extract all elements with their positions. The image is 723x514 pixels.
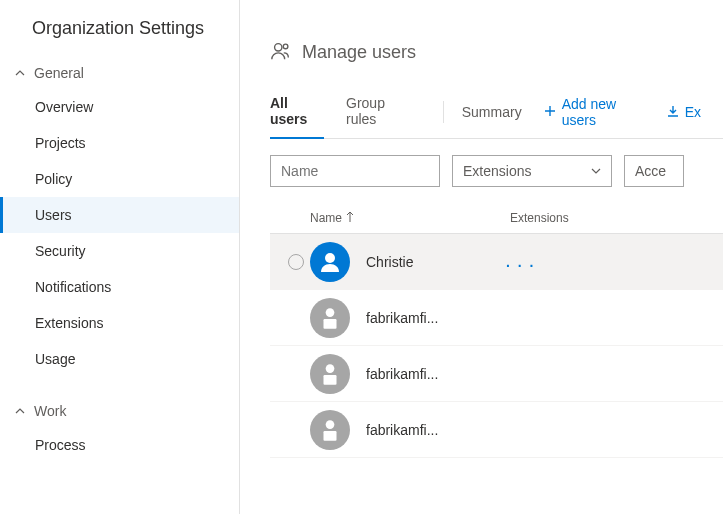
svg-rect-4 xyxy=(324,319,337,329)
plus-icon xyxy=(544,104,556,120)
access-filter-dropdown[interactable]: Acce xyxy=(624,155,684,187)
sidebar-item-extensions[interactable]: Extensions xyxy=(0,305,239,341)
sidebar-item-policy[interactable]: Policy xyxy=(0,161,239,197)
svg-point-1 xyxy=(283,44,288,49)
group-header-general[interactable]: General xyxy=(0,57,239,89)
sidebar-item-notifications[interactable]: Notifications xyxy=(0,269,239,305)
users-icon xyxy=(270,40,292,65)
extensions-filter-dropdown[interactable]: Extensions xyxy=(452,155,612,187)
tabs-row: All users Group rules Summary Add new us… xyxy=(270,85,723,139)
download-icon xyxy=(667,104,679,120)
main: Manage users All users Group rules Summa… xyxy=(240,0,723,514)
table-header: Name Extensions xyxy=(270,203,723,234)
sidebar-item-projects[interactable]: Projects xyxy=(0,125,239,161)
sidebar: Organization Settings General Overview P… xyxy=(0,0,240,514)
sort-asc-icon xyxy=(346,211,354,225)
sidebar-item-security[interactable]: Security xyxy=(0,233,239,269)
add-new-users-action[interactable]: Add new users xyxy=(544,96,645,128)
table-row[interactable]: Christie . . . xyxy=(270,234,723,290)
avatar xyxy=(310,354,350,394)
more-icon: . . . xyxy=(506,254,535,270)
chevron-up-icon xyxy=(14,67,26,79)
filter-row: Extensions Acce xyxy=(270,139,723,203)
group-label: General xyxy=(34,65,84,81)
table-row[interactable]: fabrikamfi... xyxy=(270,402,723,458)
row-actions-button[interactable]: . . . xyxy=(506,254,535,270)
chevron-down-icon xyxy=(591,163,601,179)
svg-point-2 xyxy=(325,253,335,263)
group-header-work[interactable]: Work xyxy=(0,395,239,427)
page-header: Manage users xyxy=(270,40,723,65)
sidebar-item-overview[interactable]: Overview xyxy=(0,89,239,125)
summary-action[interactable]: Summary xyxy=(462,104,522,120)
chevron-up-icon xyxy=(14,405,26,417)
sidebar-item-users[interactable]: Users xyxy=(0,197,239,233)
svg-rect-8 xyxy=(324,431,337,441)
export-action[interactable]: Ex xyxy=(667,104,701,120)
avatar xyxy=(310,242,350,282)
tabs-divider xyxy=(443,101,444,123)
tab-group-rules[interactable]: Group rules xyxy=(346,85,413,139)
table-row[interactable]: fabrikamfi... xyxy=(270,346,723,402)
sidebar-item-usage[interactable]: Usage xyxy=(0,341,239,377)
column-header-name[interactable]: Name xyxy=(310,211,510,225)
row-name: fabrikamfi... xyxy=(366,310,506,326)
row-name: fabrikamfi... xyxy=(366,366,506,382)
sidebar-item-process[interactable]: Process xyxy=(0,427,239,463)
sidebar-title: Organization Settings xyxy=(0,18,239,57)
name-filter-input[interactable] xyxy=(270,155,440,187)
row-name: Christie xyxy=(366,254,506,270)
table-row[interactable]: fabrikamfi... xyxy=(270,290,723,346)
group-label: Work xyxy=(34,403,66,419)
svg-rect-6 xyxy=(324,375,337,385)
svg-point-3 xyxy=(326,308,335,317)
svg-point-0 xyxy=(275,44,282,51)
tab-all-users[interactable]: All users xyxy=(270,85,324,139)
svg-point-5 xyxy=(326,364,335,373)
avatar xyxy=(310,298,350,338)
radio-icon xyxy=(288,254,304,270)
svg-point-7 xyxy=(326,420,335,429)
page-title: Manage users xyxy=(302,42,416,63)
column-header-extensions[interactable]: Extensions xyxy=(510,211,723,225)
avatar xyxy=(310,410,350,450)
row-select[interactable] xyxy=(282,254,310,270)
row-name: fabrikamfi... xyxy=(366,422,506,438)
